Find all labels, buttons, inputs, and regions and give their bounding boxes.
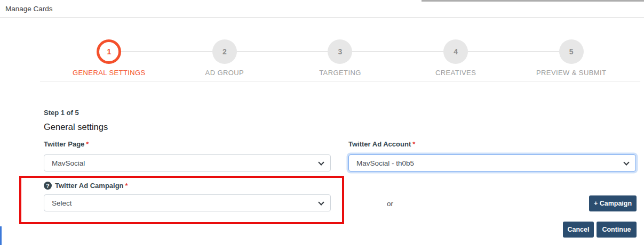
help-icon[interactable]: ? [44, 182, 52, 190]
or-text: or [387, 200, 393, 208]
step-ad-group[interactable]: 2 AD GROUP [167, 39, 283, 77]
add-campaign-button[interactable]: + Campaign [589, 195, 637, 211]
twitter-page-select-wrap: MavSocial [44, 154, 331, 172]
step-label-ad-group: AD GROUP [205, 69, 244, 77]
step-circle-3: 3 [328, 39, 352, 64]
wizard-stepper: 1 GENERAL SETTINGS 2 AD GROUP 3 TARGETIN… [51, 39, 629, 77]
bottom-left-blue-bar [0, 226, 2, 245]
step-general-settings[interactable]: 1 GENERAL SETTINGS [51, 39, 167, 77]
step-circle-2: 2 [212, 39, 237, 64]
step-indicator-text: Step 1 of 5 [44, 109, 79, 117]
step-label-preview-submit: PREVIEW & SUBMIT [536, 69, 606, 77]
twitter-ad-account-select-wrap: MavSocial - th0b5 [348, 154, 636, 172]
step-circle-5: 5 [559, 39, 584, 64]
twitter-ad-campaign-select-wrap: Select [44, 194, 331, 211]
step-circle-4: 4 [443, 39, 468, 64]
step-circle-1: 1 [97, 39, 121, 64]
stepper-bottom-divider [40, 81, 640, 81]
required-asterisk: * [125, 182, 128, 190]
twitter-page-label-text: Twitter Page [44, 140, 84, 148]
section-title: General settings [44, 122, 108, 132]
step-creatives[interactable]: 4 CREATIVES [398, 39, 514, 77]
required-asterisk: * [412, 140, 415, 148]
required-asterisk: * [86, 140, 89, 148]
continue-button[interactable]: Continue [597, 222, 637, 238]
top-right-divider [422, 0, 644, 2]
step-label-general-settings: GENERAL SETTINGS [73, 69, 146, 77]
cancel-button[interactable]: Cancel [563, 222, 594, 238]
twitter-ad-account-select[interactable]: MavSocial - th0b5 [348, 154, 636, 172]
step-targeting[interactable]: 3 TARGETING [282, 39, 398, 77]
step-label-creatives: CREATIVES [435, 69, 476, 77]
step-label-targeting: TARGETING [319, 69, 361, 77]
twitter-ad-account-label-text: Twitter Ad Account [348, 140, 411, 148]
page-title: Manage Cards [5, 5, 53, 13]
twitter-page-label: Twitter Page* [44, 140, 89, 148]
twitter-ad-campaign-label-text: Twitter Ad Campaign [55, 182, 124, 190]
manage-cards-page: Manage Cards 1 GENERAL SETTINGS 2 AD GRO… [0, 0, 644, 245]
twitter-ad-campaign-label: Twitter Ad Campaign* [55, 182, 128, 190]
step-preview-submit[interactable]: 5 PREVIEW & SUBMIT [513, 39, 629, 77]
twitter-ad-account-label: Twitter Ad Account* [348, 140, 415, 148]
twitter-ad-campaign-select[interactable]: Select [44, 194, 331, 211]
twitter-page-select[interactable]: MavSocial [44, 154, 331, 172]
top-header-bar: Manage Cards [0, 0, 644, 18]
